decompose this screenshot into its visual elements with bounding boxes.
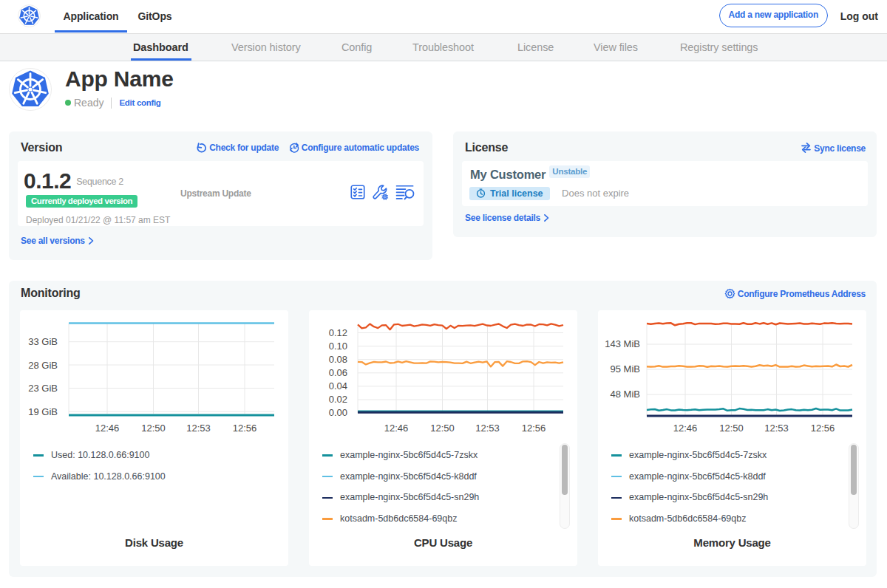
svg-text:12:50: 12:50: [141, 423, 166, 434]
svg-text:12:56: 12:56: [522, 423, 546, 434]
svg-text:0.06: 0.06: [329, 367, 347, 378]
svg-text:12:50: 12:50: [430, 423, 455, 434]
svg-text:48 MiB: 48 MiB: [611, 389, 640, 400]
svg-text:33 GiB: 33 GiB: [28, 336, 58, 347]
svg-text:143 MiB: 143 MiB: [605, 338, 640, 349]
svg-text:12:50: 12:50: [719, 423, 744, 434]
svg-text:23 GiB: 23 GiB: [28, 383, 58, 394]
svg-text:0.04: 0.04: [329, 380, 347, 392]
svg-text:12:46: 12:46: [673, 423, 698, 434]
svg-text:0.08: 0.08: [329, 354, 347, 365]
svg-text:12:46: 12:46: [95, 423, 120, 434]
svg-text:0.00: 0.00: [329, 407, 347, 418]
svg-text:0.12: 0.12: [329, 327, 347, 338]
svg-text:95 MiB: 95 MiB: [611, 363, 640, 375]
svg-text:12:56: 12:56: [233, 423, 257, 434]
svg-text:12:46: 12:46: [384, 423, 409, 434]
svg-text:0.10: 0.10: [329, 341, 347, 352]
svg-text:12:53: 12:53: [186, 423, 211, 434]
svg-text:12:56: 12:56: [811, 423, 835, 434]
svg-text:0.02: 0.02: [329, 394, 347, 405]
svg-text:12:53: 12:53: [764, 423, 789, 434]
svg-text:19 GiB: 19 GiB: [28, 406, 58, 417]
svg-text:28 GiB: 28 GiB: [28, 360, 58, 371]
svg-text:12:53: 12:53: [475, 423, 500, 434]
